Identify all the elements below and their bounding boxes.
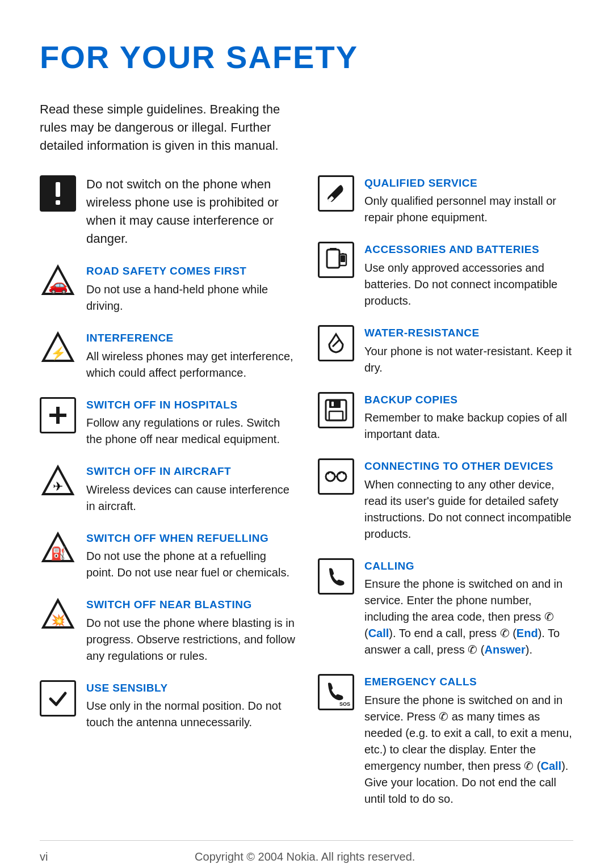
list-item: ⚡ INTERFERENCE All wireless phones may g… [40, 330, 295, 381]
item-content: ROAD SAFETY COMES FIRST Do not use a han… [86, 263, 295, 314]
phone-icon [318, 558, 354, 595]
list-item: ACCESSORIES AND BATTERIES Use only appro… [318, 242, 573, 309]
list-item: CALLING Ensure the phone is switched on … [318, 558, 573, 659]
svg-text:🚗: 🚗 [48, 276, 68, 294]
item-content: CALLING Ensure the phone is switched on … [364, 558, 573, 659]
item-title: EMERGENCY CALLS [364, 674, 573, 690]
item-body: Ensure the phone is switched on and in s… [364, 692, 573, 807]
item-content: SWITCH OFF IN HOSPITALS Follow any regul… [86, 397, 295, 448]
list-item: Do not switch on the phone when wireless… [40, 175, 295, 248]
left-column: Do not switch on the phone when wireless… [40, 175, 295, 823]
svg-rect-24 [331, 402, 334, 406]
item-content: SWITCH OFF IN AIRCRAFT Wireless devices … [86, 464, 295, 515]
svg-point-25 [326, 472, 335, 481]
item-content: INTERFERENCE All wireless phones may get… [86, 330, 295, 381]
list-item: ✈ SWITCH OFF IN AIRCRAFT Wireless device… [40, 464, 295, 515]
item-content: SWITCH OFF NEAR BLASTING Do not use the … [86, 597, 295, 664]
item-title: CALLING [364, 558, 573, 574]
svg-rect-22 [329, 400, 341, 408]
battery-icon [318, 242, 354, 278]
item-body: Your phone is not water-resistant. Keep … [364, 343, 573, 376]
item-title: QUALIFIED SERVICE [364, 175, 573, 191]
item-body: All wireless phones may get interference… [86, 348, 295, 381]
svg-rect-16 [330, 248, 337, 250]
item-title: ACCESSORIES AND BATTERIES [364, 242, 573, 258]
svg-line-20 [333, 340, 339, 347]
item-body: Follow any regulations or rules. Switch … [86, 415, 295, 448]
aircraft-icon: ✈ [40, 464, 76, 500]
footer-page-number: vi [40, 849, 48, 865]
item-title: SWITCH OFF WHEN REFUELLING [86, 530, 295, 546]
footer-copyright: Copyright © 2004 Nokia. All rights reser… [195, 849, 415, 865]
item-body: Use only in the normal position. Do not … [86, 698, 295, 731]
svg-rect-18 [342, 253, 344, 255]
item-title: BACKUP COPIES [364, 392, 573, 408]
item-content: WATER-RESISTANCE Your phone is not water… [364, 325, 573, 376]
sos-icon: SOS [318, 674, 354, 710]
item-title: SWITCH OFF IN HOSPITALS [86, 397, 295, 413]
page-title: FOR YOUR SAFETY [40, 34, 573, 80]
item-body: Do not use the phone where blasting is i… [86, 615, 295, 664]
item-content: QUALIFIED SERVICE Only qualified personn… [364, 175, 573, 226]
item-body: Do not use the phone at a refuelling poi… [86, 548, 295, 581]
svg-text:⚡: ⚡ [51, 345, 66, 361]
intro-text: Read these simple guidelines. Breaking t… [40, 100, 289, 155]
item-title: ROAD SAFETY COMES FIRST [86, 263, 295, 279]
floppy-icon [318, 392, 354, 428]
item-body: Do not use a hand-held phone while drivi… [86, 281, 295, 314]
item-title: INTERFERENCE [86, 330, 295, 346]
main-content: Do not switch on the phone when wireless… [40, 175, 573, 823]
right-column: QUALIFIED SERVICE Only qualified personn… [318, 175, 573, 823]
svg-rect-15 [327, 250, 339, 268]
water-icon [318, 325, 354, 361]
hospital-icon [40, 397, 76, 433]
svg-text:✈: ✈ [53, 479, 63, 494]
car-warning-icon: 🚗 [40, 263, 76, 300]
fuel-icon: ⛽ [40, 530, 76, 567]
item-content: USE SENSIBLY Use only in the normal posi… [86, 680, 295, 731]
blasting-icon: 💥 [40, 597, 76, 633]
item-body-text: Do not switch on the phone when wireless… [86, 175, 295, 248]
svg-rect-23 [329, 411, 343, 420]
item-body: Wireless devices can cause interference … [86, 482, 295, 515]
wrench-icon [318, 175, 354, 212]
svg-rect-0 [56, 182, 60, 197]
list-item: ⛽ SWITCH OFF WHEN REFUELLING Do not use … [40, 530, 295, 582]
item-title: USE SENSIBLY [86, 680, 295, 696]
item-content: EMERGENCY CALLS Ensure the phone is swit… [364, 674, 573, 807]
svg-text:💥: 💥 [51, 613, 65, 627]
checkmark-icon [40, 680, 76, 717]
list-item: USE SENSIBLY Use only in the normal posi… [40, 680, 295, 731]
devices-icon [318, 458, 354, 495]
item-content: ACCESSORIES AND BATTERIES Use only appro… [364, 242, 573, 309]
list-item: SWITCH OFF IN HOSPITALS Follow any regul… [40, 397, 295, 448]
list-item: 🚗 ROAD SAFETY COMES FIRST Do not use a h… [40, 263, 295, 314]
item-body: When connecting to any other device, rea… [364, 477, 573, 542]
svg-text:⛽: ⛽ [51, 546, 66, 561]
svg-rect-7 [49, 414, 66, 417]
item-title: SWITCH OFF IN AIRCRAFT [86, 464, 295, 479]
list-item: CONNECTING TO OTHER DEVICES When connect… [318, 458, 573, 542]
item-content: BACKUP COPIES Remember to make backup co… [364, 392, 573, 443]
interference-icon: ⚡ [40, 330, 76, 366]
item-title: CONNECTING TO OTHER DEVICES [364, 458, 573, 474]
item-body: Only qualified personnel may install or … [364, 193, 573, 226]
item-content: SWITCH OFF WHEN REFUELLING Do not use th… [86, 530, 295, 582]
item-body: Use only approved accessories and batter… [364, 260, 573, 309]
item-content: CONNECTING TO OTHER DEVICES When connect… [364, 458, 573, 542]
item-title: SWITCH OFF NEAR BLASTING [86, 597, 295, 613]
svg-rect-19 [341, 255, 345, 262]
list-item: BACKUP COPIES Remember to make backup co… [318, 392, 573, 443]
item-body: Ensure the phone is switched on and in s… [364, 576, 573, 658]
item-title: WATER-RESISTANCE [364, 325, 573, 341]
item-body: Remember to make backup copies of all im… [364, 410, 573, 443]
exclamation-icon [40, 175, 76, 212]
list-item: WATER-RESISTANCE Your phone is not water… [318, 325, 573, 376]
svg-point-26 [337, 472, 346, 481]
list-item: QUALIFIED SERVICE Only qualified personn… [318, 175, 573, 226]
list-item: 💥 SWITCH OFF NEAR BLASTING Do not use th… [40, 597, 295, 664]
list-item: SOS EMERGENCY CALLS Ensure the phone is … [318, 674, 573, 807]
svg-rect-1 [56, 200, 60, 205]
